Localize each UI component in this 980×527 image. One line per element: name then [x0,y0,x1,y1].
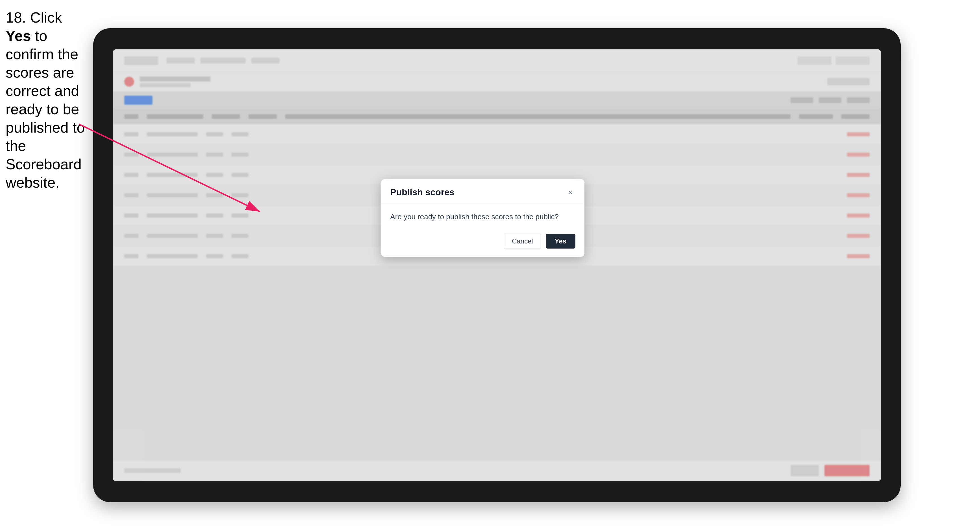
tablet-frame: Publish scores × Are you ready to publis… [93,28,900,502]
instruction-text: 18. Click Yes to confirm the scores are … [6,8,88,192]
tablet-screen: Publish scores × Are you ready to publis… [113,49,881,481]
modal-body: Are you ready to publish these scores to… [381,203,584,229]
modal-message: Are you ready to publish these scores to… [390,211,576,222]
modal-container: Publish scores × Are you ready to publis… [381,179,584,257]
modal-footer: Cancel Yes [381,229,584,257]
publish-scores-dialog: Publish scores × Are you ready to publis… [381,179,584,257]
instruction-text-after: to confirm the scores are correct and re… [6,28,85,191]
instruction-bold: Yes [6,28,31,44]
modal-close-button[interactable]: × [565,187,576,197]
step-number: 18. [6,9,26,26]
yes-button[interactable]: Yes [546,234,576,249]
instruction-text-before: Click [30,9,62,26]
modal-overlay: Publish scores × Are you ready to publis… [113,49,881,481]
cancel-button[interactable]: Cancel [504,233,541,249]
modal-header: Publish scores × [381,179,584,203]
modal-title: Publish scores [390,187,455,197]
